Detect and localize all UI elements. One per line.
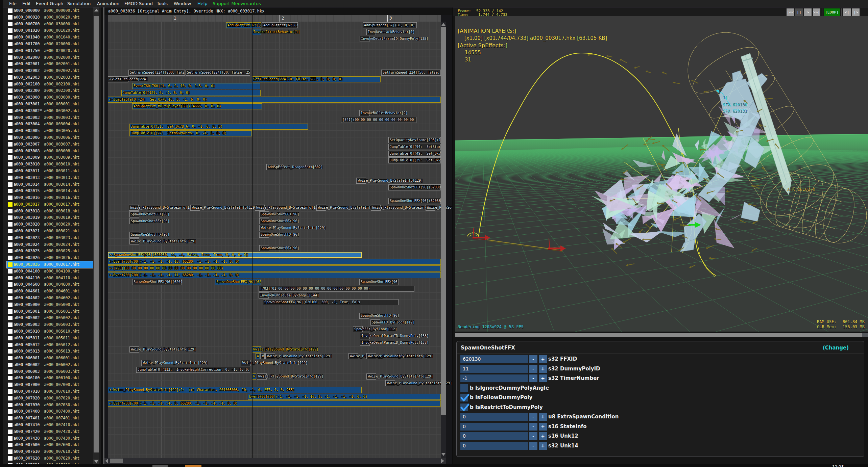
timeline-event[interactable]: AddSpEffect[67](3	[262, 22, 298, 28]
anim-list-row[interactable]: a000_003026a000_003026.hkt	[7, 255, 93, 261]
anim-list-row[interactable]: a000_001040a000_001040.hkt	[7, 34, 93, 41]
anim-list-row[interactable]: a000_005012a000_005012.hkt	[7, 342, 93, 348]
anim-checkbox[interactable]	[8, 169, 13, 173]
playback-button-loop[interactable]: [LOOP]	[824, 8, 840, 17]
timeline-event[interactable]: <-Wwise_PlaySound_ByStateInfo[129](1: (c…	[108, 387, 362, 393]
timeline-horizontal-scrollbar[interactable]	[104, 458, 446, 464]
menu-item-file[interactable]: File	[9, 1, 17, 6]
anim-list-row[interactable]: a000_003013a000_003013.hkt	[7, 175, 93, 181]
anim-list-row[interactable]: a000_005003a000_005003.hkt	[7, 321, 93, 328]
anim-checkbox[interactable]	[8, 69, 13, 73]
anim-list-row[interactable]: a000_003000a000_003000.hkt	[7, 94, 93, 101]
timeline-event[interactable]: <-[790](00 00 00 00 00 00 00 00 00 00 00…	[108, 265, 441, 271]
timeline-event[interactable]: AddSpEffect_DragonForm[302]	[266, 164, 283, 170]
anim-list-row[interactable]: a000_002100a000_002100.hkt	[7, 81, 93, 88]
anim-list-row[interactable]: a000_000000a000_000000.hkt	[7, 7, 93, 14]
decrement-button[interactable]: -	[529, 365, 537, 373]
timeline-event[interactable]: InvokeDecalParamID_DummyPoly[138]	[360, 333, 370, 339]
timeline-event[interactable]: SetOpacityKeyframe[193](1,	[388, 137, 441, 143]
scroll-up-button[interactable]	[93, 7, 99, 12]
anim-checkbox[interactable]	[8, 369, 13, 374]
anim-checkbox[interactable]	[8, 35, 13, 40]
decrement-button[interactable]: -	[529, 374, 537, 382]
anim-list-row[interactable]: a000_003001a000_003001.hkt	[7, 101, 93, 108]
anim-checkbox[interactable]	[8, 282, 13, 287]
anim-checkbox[interactable]	[8, 376, 13, 380]
anim-checkbox[interactable]	[8, 162, 13, 166]
animation-list-scrollbar[interactable]	[93, 7, 99, 464]
anim-checkbox[interactable]	[8, 396, 13, 400]
increment-button[interactable]: +	[539, 423, 547, 431]
anim-list-row[interactable]: a000_003036a000_003017.hkt	[7, 261, 93, 268]
anim-list-row[interactable]: a000_003006a000_003006.hkt	[7, 134, 93, 141]
anim-checkbox[interactable]	[8, 276, 13, 280]
animation-list[interactable]: a000_000000a000_000000.hkta000_000020a00…	[3, 7, 101, 464]
anim-list-row[interactable]: a000_003018a000_003018.hkt	[7, 208, 93, 215]
anim-list-row[interactable]: a000_003011a000_003011.hkt	[7, 168, 93, 175]
timeline-event[interactable]: JumpTable[0](51: Set_0x78_6, 0, -1, 6, 0…	[129, 124, 308, 130]
menu-item-event-graph[interactable]: Event Graph	[36, 1, 63, 6]
timeline-event[interactable]: AddSpEffect[67](31, 0, 0,	[363, 22, 417, 28]
timeline-event[interactable]: Wwise_PlaySound_ByStateInfo[129]	[316, 205, 326, 211]
anim-checkbox[interactable]	[8, 15, 13, 20]
anim-checkbox[interactable]	[8, 443, 13, 447]
timeline-event[interactable]: Wwise_PlaySound_ByStateInfo[129]	[252, 346, 261, 353]
anim-checkbox[interactable]	[8, 329, 13, 334]
timeline-event[interactable]: JumpTable[0](94: SetStartb	[388, 144, 441, 150]
anim-checkbox[interactable]	[8, 222, 13, 227]
timeline-event[interactable]: JumpTable[0](129, 0, -1, 6, 0, 0)	[121, 90, 261, 96]
timeline-event[interactable]: SpawnOneShotFFX[96	[359, 279, 399, 285]
anim-list-row[interactable]: a000_007010a000_007010.hkt	[7, 388, 93, 395]
anim-list-row[interactable]: a000_003019a000_003019.hkt	[7, 214, 93, 221]
anim-checkbox[interactable]	[8, 456, 13, 461]
timeline-event[interactable]: Wwise_PlaySound_ByStateInfo[129]	[426, 205, 435, 211]
anim-list-row[interactable]: a000_004601a000_004601.hkt	[7, 288, 93, 295]
anim-list-row[interactable]: a000_002000a000_002000.hkt	[7, 54, 93, 61]
anim-checkbox[interactable]	[8, 322, 13, 327]
anim-list-row[interactable]: a000_001700a000_020000.hkt	[7, 41, 93, 48]
anim-list-row[interactable]: a000_005013a000_005013.hkt	[7, 348, 93, 355]
timeline-event[interactable]: <-Event700[700](-1, -1, -1, -1, 0, 65280…	[108, 400, 441, 407]
anim-checkbox[interactable]	[8, 62, 13, 66]
timeline-event[interactable]: SpawnOneShotFFX[96](620100, 300, -1, Tru…	[263, 299, 399, 305]
timeline-event[interactable]: <-SpawnOneShotFFX[96](620130, 11, -1, Fa…	[108, 252, 362, 258]
timeline-event[interactable]: Wwise_PlaySound_ByStateInfo[129]	[265, 353, 275, 359]
anim-checkbox[interactable]	[8, 8, 13, 13]
timeline-event[interactable]: SpawnOneShotFFX[96]	[129, 211, 139, 217]
decrement-button[interactable]: -	[529, 423, 537, 431]
anim-checkbox[interactable]	[8, 436, 13, 441]
anim-list-row[interactable]: a000_003009a000_003009.hkt	[7, 154, 93, 161]
timeline-event[interactable]: Event760[760](1, 6, 2, 10, 0, 1.5, 0, 0)	[132, 83, 260, 89]
timeline-event[interactable]: SpawnOneShotFFX[96](62	[215, 279, 261, 285]
change-event-type-link[interactable]: (Change)	[823, 345, 849, 351]
playback-button-[interactable]: >>|	[813, 8, 820, 17]
anim-list-row[interactable]: a000_006001a000_006001.hkt	[7, 355, 93, 362]
timeline-event[interactable]: AddSpEffect[67](3	[226, 22, 261, 28]
anim-checkbox[interactable]	[8, 129, 13, 133]
anim-checkbox[interactable]	[8, 430, 13, 434]
anim-list-row[interactable]: a000_007430a000_007430.hkt	[7, 435, 93, 442]
increment-button[interactable]: +	[539, 413, 547, 421]
anim-checkbox[interactable]	[8, 189, 13, 193]
anim-checkbox[interactable]	[8, 142, 13, 147]
timeline-event[interactable]: [703](01 00 00 00 00 00 00 00 00 00 00 0…	[259, 286, 414, 292]
anim-checkbox[interactable]	[8, 289, 13, 293]
anim-list-row[interactable]: a000_007020a000_007020.hkt	[7, 395, 93, 402]
increment-button[interactable]: +	[539, 365, 547, 373]
anim-checkbox[interactable]	[8, 22, 13, 26]
viewport-3d[interactable]: 11SFX 620130SFX 620131ATK 2010270 [ANIMA…	[455, 16, 868, 332]
anim-list-row[interactable]: a000_005001a000_005001.hkt	[7, 308, 93, 315]
anim-list-row[interactable]: a000_004602a000_004602.hkt	[7, 295, 93, 302]
anim-list-row[interactable]: a000_004110a000_004110.hkt	[7, 275, 93, 282]
timeline-event[interactable]: <-JumpTable[0](24: Set_0x78_16, 0, -1, 6…	[108, 97, 441, 103]
timeline-event[interactable]: Wwise_PlaySound_ByStateInfo[129]	[366, 373, 376, 380]
playback-button-[interactable]: []	[795, 8, 803, 17]
timeline-event[interactable]: W	[256, 353, 260, 359]
timeline-event[interactable]: Wwise_PlaySound_ByStateInfo[129]	[129, 346, 139, 353]
timeline-event[interactable]: AddSpEffect_Multiplayer[66](14555, 0, 0,…	[132, 103, 262, 109]
anim-list-row[interactable]: a000_000020a000_000020.hkt	[7, 14, 93, 21]
anim-checkbox[interactable]	[8, 356, 13, 360]
increment-button[interactable]: +	[539, 442, 547, 450]
timeline-event[interactable]: JumpTable[0](49: Set_0x78_	[388, 151, 441, 157]
timeline-event[interactable]: Event700[700](-1, -1, -1, -1, 16, 6, -1,…	[248, 394, 441, 400]
